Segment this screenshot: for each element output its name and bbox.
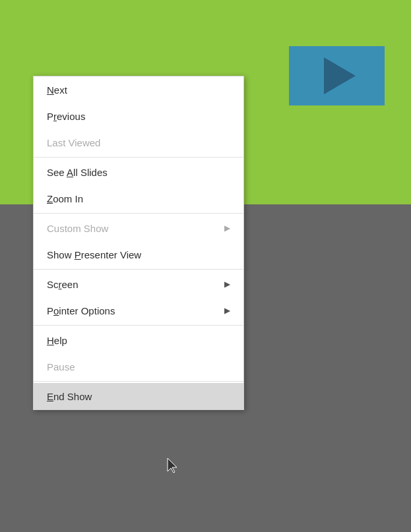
menu-item-last-viewed: Last Viewed <box>34 129 243 156</box>
menu-item-see-all-slides[interactable]: See All Slides <box>34 159 243 185</box>
menu-item-previous[interactable]: Previous <box>34 103 243 129</box>
submenu-arrow-pointer-options: ▶ <box>224 306 230 315</box>
menu-item-pointer-options[interactable]: Pointer Options ▶ <box>34 297 243 324</box>
play-button[interactable] <box>289 46 385 105</box>
menu-item-pause: Pause <box>34 353 243 380</box>
submenu-arrow-screen: ▶ <box>224 280 230 289</box>
separator-4 <box>34 325 243 326</box>
context-menu: Next Previous Last Viewed See All Slides… <box>33 76 244 410</box>
separator-3 <box>34 269 243 270</box>
menu-item-next[interactable]: Next <box>34 76 243 103</box>
play-icon <box>324 57 356 94</box>
submenu-arrow-custom-show: ▶ <box>224 223 230 233</box>
menu-item-show-presenter-view[interactable]: Show Presenter View <box>34 241 243 268</box>
separator-1 <box>34 157 243 158</box>
menu-item-zoom-in[interactable]: Zoom In <box>34 185 243 212</box>
menu-item-end-show[interactable]: End Show <box>34 383 243 409</box>
menu-item-screen[interactable]: Screen ▶ <box>34 271 243 297</box>
separator-5 <box>34 381 243 382</box>
separator-2 <box>34 213 243 214</box>
menu-item-custom-show: Custom Show ▶ <box>34 215 243 241</box>
menu-item-help[interactable]: Help <box>34 327 243 353</box>
